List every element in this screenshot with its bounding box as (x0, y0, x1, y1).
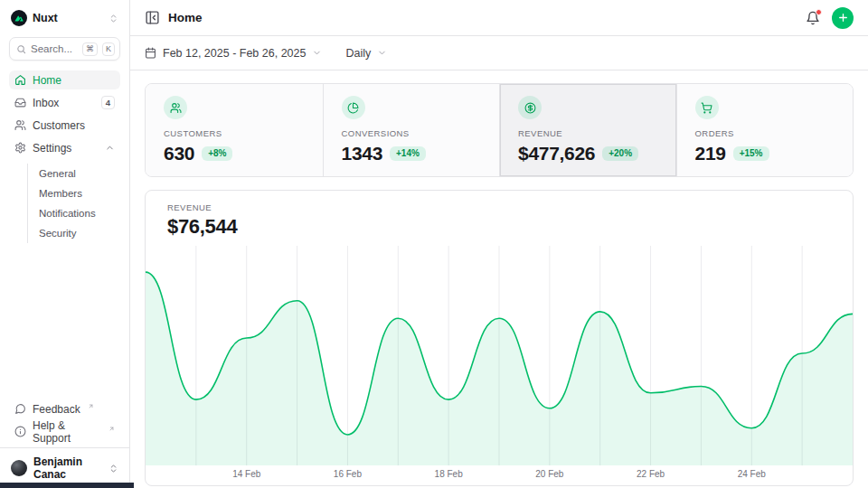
external-link-icon (88, 403, 94, 409)
stat-delta-badge: +14% (390, 146, 426, 161)
x-tick-label: 18 Feb (435, 469, 463, 479)
date-range-value: Feb 12, 2025 - Feb 26, 2025 (163, 47, 306, 60)
workspace-name: Nuxt (33, 12, 103, 24)
date-range-picker[interactable]: Feb 12, 2025 - Feb 26, 2025 (145, 47, 322, 60)
filter-bar: Feb 12, 2025 - Feb 26, 2025 Daily (130, 36, 868, 70)
sidebar-item-settings[interactable]: Settings (9, 138, 120, 157)
kbd-k: K (102, 42, 115, 56)
chart-pie-icon (342, 96, 365, 119)
stat-delta-badge: +8% (202, 146, 232, 161)
feedback-label: Feedback (33, 403, 80, 416)
chart-header: REVENUE $76,544 (146, 191, 853, 246)
info-circle-icon (14, 426, 26, 437)
house-icon (14, 74, 26, 86)
stats-grid: CUSTOMERS 630 +8% CONVERSIONS 1343 +14% (145, 83, 854, 177)
help-support-label: Help & Support (33, 419, 101, 445)
main-area: Home Feb 12, 2025 - Feb 26, 2025 Daily (130, 0, 868, 488)
panel-left-close-icon[interactable] (145, 10, 160, 25)
external-link-icon (108, 426, 115, 432)
sidebar-spacer (0, 243, 129, 399)
sidebar-item-label: Customers (33, 119, 85, 132)
stat-label: CONVERSIONS (342, 128, 482, 138)
granularity-select[interactable]: Daily (345, 47, 387, 60)
search-icon (16, 44, 26, 54)
circle-dollar-icon (518, 96, 542, 119)
search-input[interactable]: Search... ⌘ K (9, 37, 120, 61)
granularity-value: Daily (345, 47, 371, 60)
chevrons-up-down-icon (108, 14, 118, 23)
sidebar-item-label: Inbox (33, 97, 59, 109)
stat-card-orders[interactable]: ORDERS 219 +15% (676, 84, 854, 176)
sidebar-nav: Home Inbox 4 Customers Settings Ge (0, 70, 129, 243)
sidebar: Nuxt Search... ⌘ K Home Inbox 4 (0, 0, 130, 488)
gear-icon (14, 142, 26, 154)
avatar (11, 460, 27, 476)
sidebar-item-security[interactable]: Security (28, 223, 120, 243)
x-tick-label: 24 Feb (738, 469, 766, 479)
shopping-cart-icon (695, 96, 719, 119)
inbox-count-badge: 4 (101, 96, 115, 109)
chart-x-axis: 14 Feb16 Feb18 Feb20 Feb22 Feb24 Feb (146, 465, 853, 485)
inbox-icon (14, 97, 26, 108)
stat-label: ORDERS (695, 128, 835, 138)
chevron-up-icon (105, 143, 115, 153)
stat-card-conversions[interactable]: CONVERSIONS 1343 +14% (323, 84, 500, 176)
stat-value: 219 (695, 144, 726, 163)
kbd-cmd: ⌘ (82, 42, 98, 56)
chart-value: $76,544 (167, 215, 831, 239)
sidebar-item-members[interactable]: Members (28, 183, 120, 203)
sidebar-item-notifications[interactable]: Notifications (28, 203, 120, 223)
stat-label: CUSTOMERS (164, 128, 305, 138)
settings-subtree: General Members Notifications Security (27, 164, 120, 243)
bottom-edge-strip (0, 483, 134, 488)
stat-card-customers[interactable]: CUSTOMERS 630 +8% (146, 84, 323, 176)
chevron-down-icon (377, 48, 387, 58)
feedback-link[interactable]: Feedback (9, 399, 120, 418)
plus-icon (837, 12, 849, 23)
stat-value: 630 (164, 144, 194, 163)
search-placeholder: Search... (31, 43, 78, 54)
chart-plot[interactable] (146, 246, 853, 465)
chevrons-up-down-icon (108, 464, 118, 474)
workspace-switcher[interactable]: Nuxt (0, 0, 129, 34)
sidebar-item-inbox[interactable]: Inbox 4 (9, 93, 120, 112)
chart-label: REVENUE (167, 202, 831, 212)
sidebar-footer-links: Feedback Help & Support (0, 399, 129, 447)
notification-dot (816, 9, 822, 15)
nuxt-logo-icon (11, 10, 27, 26)
page-title: Home (168, 11, 203, 24)
stat-card-revenue[interactable]: REVENUE $477,626 +20% (499, 84, 676, 176)
stat-value: 1343 (342, 144, 383, 163)
sidebar-item-label: Settings (33, 142, 71, 155)
sidebar-item-home[interactable]: Home (9, 70, 120, 89)
message-bubble-icon (14, 403, 26, 415)
stat-label: REVENUE (518, 128, 658, 138)
users-icon (164, 96, 187, 119)
chevron-down-icon (312, 48, 322, 58)
revenue-chart-card: REVENUE $76,544 14 Feb16 Feb18 Feb20 Feb… (145, 190, 854, 486)
notifications-button[interactable] (806, 11, 820, 25)
x-tick-label: 22 Feb (637, 469, 665, 479)
sidebar-item-customers[interactable]: Customers (9, 116, 120, 135)
x-tick-label: 16 Feb (334, 469, 362, 479)
x-tick-label: 20 Feb (535, 469, 563, 479)
add-button[interactable] (832, 7, 854, 29)
stat-delta-badge: +20% (602, 146, 638, 161)
calendar-icon (145, 47, 156, 59)
sidebar-item-label: Home (33, 74, 61, 87)
stat-value: $477,626 (518, 144, 595, 163)
users-icon (14, 119, 26, 131)
user-name: Benjamin Canac (33, 455, 102, 481)
stat-delta-badge: +15% (733, 146, 769, 161)
help-support-link[interactable]: Help & Support (9, 422, 120, 441)
x-tick-label: 14 Feb (232, 469, 260, 479)
revenue-chart-svg (146, 246, 853, 465)
content: CUSTOMERS 630 +8% CONVERSIONS 1343 +14% (130, 70, 868, 486)
topbar-actions (806, 7, 854, 29)
topbar: Home (130, 0, 868, 36)
sidebar-item-general[interactable]: General (28, 164, 120, 183)
